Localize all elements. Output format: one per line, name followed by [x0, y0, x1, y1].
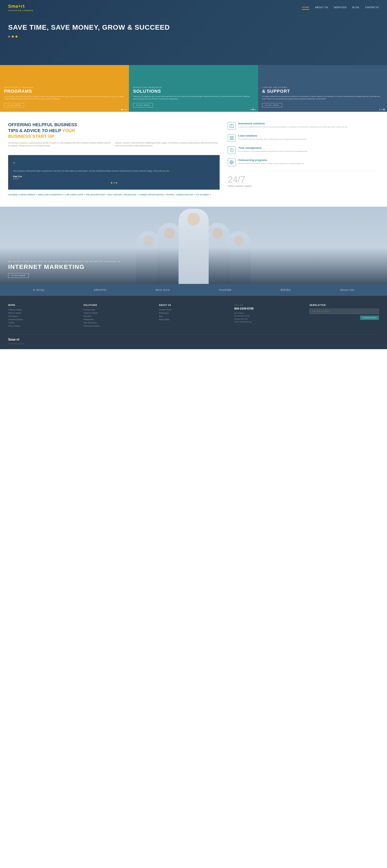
svg-rect-5 [230, 138, 231, 140]
t-dot-2[interactable] [113, 182, 115, 184]
footer-solutions-link-3[interactable]: Help Desk [84, 315, 153, 317]
card-3-dot-1[interactable] [379, 109, 381, 110]
logo-subtitle: consulting company [8, 9, 302, 11]
footer-work-link-1[interactable]: Customer Support [8, 309, 78, 311]
card-3-dot-2[interactable] [381, 109, 383, 110]
stat-label: online customer support [228, 185, 379, 187]
investment-text: Choose your company because it takes so … [238, 126, 348, 128]
links-text: TRAINING & DEVELOPMENT + EMPLOYEE HANDBO… [8, 193, 220, 196]
outsourcing-title: Outsourcing programs [238, 158, 304, 161]
feature-time: Time management We are focused on provid… [228, 146, 379, 154]
company-name: My Company [234, 312, 244, 314]
card-2-title: SOLUTIONS [133, 89, 254, 94]
t-dot-3[interactable] [116, 182, 117, 184]
title-line1: OFFERING HELPFUL BUSINESS [8, 122, 77, 127]
svg-rect-3 [230, 136, 231, 137]
loan-content: Loan solutions We provide businesses of … [238, 134, 307, 141]
card-1-dot-2[interactable] [123, 109, 124, 110]
hero-dot-3[interactable] [16, 36, 18, 38]
t-dot-1[interactable] [111, 182, 112, 184]
testimonial-dots [13, 182, 215, 184]
hero-dot-2[interactable] [12, 36, 14, 38]
card-3-label: LAWYER SOLUTIONS [262, 86, 383, 88]
footer-phone: 800-2345-6789 [234, 307, 304, 310]
nav-services[interactable]: SERVICES [334, 5, 347, 10]
card-lawyer: LAWYER SOLUTIONS & SUPPORT It is rather … [258, 65, 387, 112]
footer-col-newsletter: NEWSLETTER: SUBSCRIBE [309, 304, 379, 328]
footer-solutions-link-6[interactable]: Performance Metrics [84, 325, 153, 327]
team-btn[interactable]: CLICK HERE [8, 273, 29, 278]
footer-top: WORK Customer Support Platinum Support S… [8, 304, 379, 328]
main-left: OFFERING HELPFUL BUSINESS TIPS & ADVICE … [8, 122, 220, 196]
card-1-dot-1[interactable] [121, 109, 122, 110]
time-title: Time management [238, 146, 308, 149]
card-3-btn[interactable]: CLICK HERE [262, 103, 282, 107]
footer-copy: © 2017 Athena Pulsar [8, 343, 24, 345]
footer-work-link-4[interactable]: (Standard Support) [8, 318, 78, 320]
team-section: WE TEACH YOUR TEAM HOW TO INCREASE YOUR … [0, 207, 387, 284]
card-2-label: MARKETING RESEARCH [133, 86, 254, 88]
nav-home[interactable]: HOME [302, 5, 309, 10]
partner-bikiru: BIKIRU [280, 288, 291, 291]
partner-archyo: ARCHYO [94, 288, 107, 291]
footer-solutions-link-4[interactable]: Management [84, 318, 153, 320]
footer-solutions-link-2[interactable]: Customer Support [84, 312, 153, 314]
footer-col-contact: Call us 800-2345-6789 My Company 4448 Ma… [234, 304, 304, 328]
footer-about-title: ABOUT US [159, 304, 228, 306]
hero-dot-1[interactable] [8, 36, 10, 38]
navigation: Sma+rt consulting company HOME ABOUT US … [0, 0, 387, 15]
team-label: WE TEACH YOUR TEAM HOW TO INCREASE YOUR … [8, 260, 379, 262]
loan-title: Loan solutions [238, 134, 307, 137]
card-3-dot-3[interactable] [383, 109, 385, 110]
testimonial-author: Kate Cox [13, 176, 215, 178]
svg-rect-6 [232, 138, 233, 140]
footer-about-link-3[interactable]: Blog [159, 315, 228, 317]
footer-work-link-3[interactable]: Self Support [8, 315, 78, 317]
loan-icon [228, 134, 236, 142]
stat-block: 24/7 online customer support [228, 171, 379, 187]
nav-contacts[interactable]: CONTACTS [365, 5, 379, 10]
footer-solutions-link-5[interactable]: Web Self-Service [84, 322, 153, 324]
hero-title: SAVE TIME, SAVE MONEY, GROW & SUCCEED [8, 23, 379, 31]
footer-work-link-5[interactable]: Training [8, 322, 78, 324]
card-1-dot-3[interactable] [125, 109, 126, 110]
footer-work-link-6[interactable]: Online Training [8, 325, 78, 327]
testimonial-box: " Your company understands today's requi… [8, 155, 220, 190]
hero-section: Sma+rt consulting company HOME ABOUT US … [0, 0, 387, 65]
card-2-dot-3[interactable] [255, 109, 256, 110]
investment-icon [228, 122, 236, 130]
testimonial-text: Your company understands today's require… [13, 169, 215, 173]
footer-work-link-2[interactable]: Platinum Support [8, 312, 78, 314]
newsletter-email-input[interactable] [309, 309, 379, 314]
card-2-btn[interactable]: CLICK HERE [133, 103, 153, 107]
nav-blog[interactable]: BLOG [352, 5, 360, 10]
footer-about-link-2[interactable]: Performance [159, 312, 228, 314]
investment-title: Investment solutions [238, 122, 348, 125]
footer-logo: Sma+rt © 2017 Athena Pulsar [8, 338, 24, 345]
card-1-btn[interactable]: CLICK HERE [4, 103, 24, 107]
call-us-label: Call us [234, 304, 304, 306]
time-text: We are focused on providing integration … [238, 150, 308, 153]
nav-about[interactable]: ABOUT US [315, 5, 328, 10]
nav-links: HOME ABOUT US SERVICES BLOG CONTACTS [302, 5, 379, 10]
logo[interactable]: Sma+rt consulting company [8, 4, 302, 11]
feature-outsourcing: Outsourcing programs We can meet the req… [228, 158, 379, 166]
card-1-label: EDUCATION & TRAINING [4, 86, 125, 88]
footer-about-link-4[interactable]: Responsibility [159, 318, 228, 320]
footer-about-link-1[interactable]: Customer Portal [159, 309, 228, 311]
footer-bottom: Sma+rt © 2017 Athena Pulsar [8, 334, 379, 345]
subtitle-left: Our Business Company is a global busines… [8, 142, 113, 147]
section-title: OFFERING HELPFUL BUSINESS TIPS & ADVICE … [8, 122, 220, 140]
card-2-text: Thank you for visiting our site! You are… [133, 95, 254, 100]
card-2-dot-1[interactable] [250, 109, 251, 110]
footer-solutions-link-1[interactable]: Contact Center [84, 309, 153, 311]
partners-section: ⊙ Globy ARCHYO Best Arch freeDGM BIKIRU … [0, 284, 387, 296]
card-marketing: MARKETING RESEARCH SOLUTIONS Thank you f… [129, 65, 258, 112]
card-2-dot-2[interactable] [252, 109, 254, 110]
card-3-title: & SUPPORT [262, 89, 383, 94]
newsletter-subscribe-btn[interactable]: SUBSCRIBE [360, 316, 379, 320]
investment-content: Investment solutions Choose your company… [238, 122, 348, 128]
card-1-title: PROGRAMS [4, 89, 125, 94]
stat-number: 24/7 [228, 175, 379, 184]
outsourcing-text: We can meet the requirements of the full… [238, 162, 304, 165]
